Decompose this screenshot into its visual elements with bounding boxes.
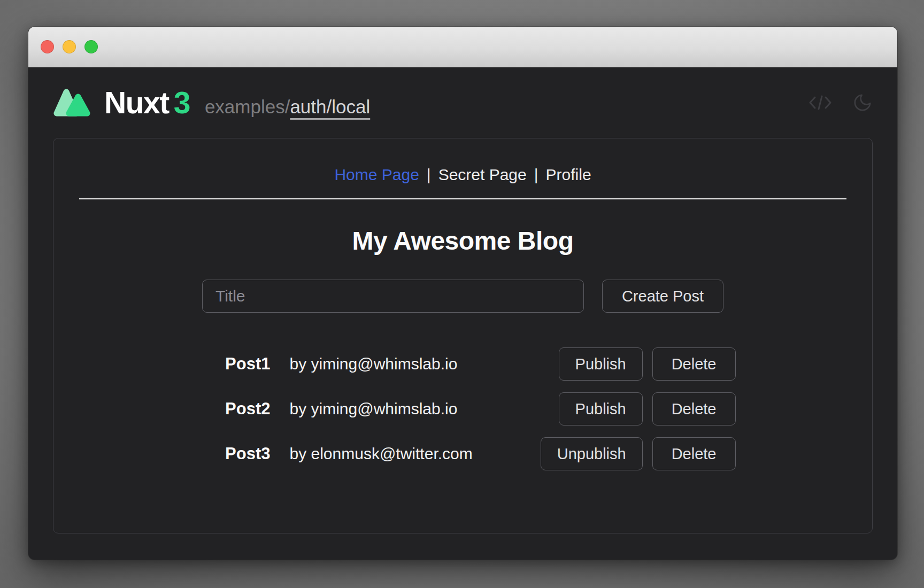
breadcrumb-prefix: examples/	[205, 96, 290, 117]
nav-separator: |	[427, 166, 431, 183]
breadcrumb: examples/auth/local	[205, 97, 370, 116]
publish-button[interactable]: Publish	[559, 347, 643, 381]
post-list: Post1 by yiming@whimslab.io Publish Dele…	[190, 347, 736, 471]
post-row: Post2 by yiming@whimslab.io Publish Dele…	[190, 392, 736, 426]
app-window: Nuxt3 examples/auth/local	[28, 27, 897, 560]
brand-group: Nuxt3 examples/auth/local	[53, 87, 370, 119]
desktop-background: Nuxt3 examples/auth/local	[0, 0, 924, 588]
moon-icon[interactable]	[852, 92, 873, 113]
nav-link-profile[interactable]: Profile	[546, 166, 591, 183]
create-post-form: Create Post	[53, 280, 872, 313]
post-row: Post3 by elonmusk@twitter.com Unpublish …	[190, 437, 736, 471]
brand-text: Nuxt3 examples/auth/local	[104, 88, 370, 118]
close-window-button[interactable]	[41, 40, 54, 53]
breadcrumb-link[interactable]: auth/local	[290, 96, 370, 117]
delete-button[interactable]: Delete	[652, 437, 736, 470]
delete-button[interactable]: Delete	[652, 347, 736, 381]
nav-link-home[interactable]: Home Page	[334, 166, 419, 183]
post-title: Post2	[190, 399, 271, 419]
post-actions: Unpublish Delete	[541, 437, 736, 470]
publish-button[interactable]: Publish	[559, 392, 643, 425]
create-post-button[interactable]: Create Post	[602, 280, 723, 313]
window-titlebar[interactable]	[28, 27, 897, 67]
code-icon[interactable]	[808, 94, 832, 111]
post-author: by yiming@whimslab.io	[290, 400, 540, 418]
unpublish-button[interactable]: Unpublish	[541, 437, 643, 470]
nuxt-logo-icon	[53, 87, 93, 119]
nav-link-secret[interactable]: Secret Page	[438, 166, 527, 183]
main-nav: Home Page|Secret Page|Profile	[53, 165, 872, 184]
window-controls	[41, 40, 98, 53]
post-title: Post3	[190, 444, 271, 463]
page-title: My Awesome Blog	[53, 226, 872, 256]
content-card: Home Page|Secret Page|Profile My Awesome…	[53, 138, 873, 533]
header-actions	[808, 92, 873, 113]
minimize-window-button[interactable]	[63, 40, 76, 53]
nav-divider	[79, 198, 846, 199]
title-input[interactable]	[202, 280, 584, 313]
post-author: by yiming@whimslab.io	[290, 355, 540, 373]
post-row: Post1 by yiming@whimslab.io Publish Dele…	[190, 347, 736, 381]
post-author: by elonmusk@twitter.com	[290, 445, 521, 463]
zoom-window-button[interactable]	[84, 40, 98, 53]
post-title: Post1	[190, 354, 271, 374]
post-actions: Publish Delete	[559, 347, 736, 381]
post-actions: Publish Delete	[559, 392, 736, 425]
app-header: Nuxt3 examples/auth/local	[28, 67, 897, 138]
delete-button[interactable]: Delete	[652, 392, 736, 425]
brand-version: 3	[174, 86, 190, 120]
brand-name: Nuxt3	[104, 88, 190, 118]
nav-separator: |	[534, 166, 538, 183]
